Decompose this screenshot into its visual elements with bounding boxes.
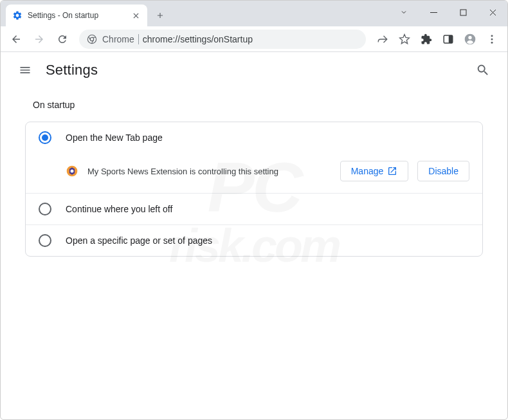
- manage-button[interactable]: Manage: [340, 161, 409, 181]
- option-specific-pages[interactable]: Open a specific page or set of pages: [26, 224, 482, 256]
- kebab-menu-icon[interactable]: [482, 29, 502, 50]
- profile-icon[interactable]: [460, 29, 480, 50]
- external-link-icon: [387, 166, 397, 176]
- page-title: Settings: [46, 62, 98, 78]
- close-window-button[interactable]: [478, 1, 507, 24]
- svg-point-9: [491, 41, 493, 43]
- tab-title: Settings - On startup: [28, 11, 125, 20]
- hamburger-menu-icon[interactable]: [12, 57, 38, 83]
- sidepanel-icon[interactable]: [438, 29, 458, 50]
- svg-point-8: [491, 38, 493, 40]
- manage-button-label: Manage: [351, 166, 384, 176]
- window-controls: [389, 1, 507, 24]
- svg-point-11: [71, 170, 74, 173]
- browser-toolbar: Chrome chrome://settings/onStartup: [1, 26, 507, 52]
- chevron-down-icon[interactable]: [389, 1, 419, 24]
- search-icon[interactable]: [470, 57, 496, 83]
- option-label: Open the New Tab page: [66, 132, 163, 143]
- svg-point-6: [468, 35, 471, 39]
- radio-unselected[interactable]: [39, 203, 51, 215]
- disable-button[interactable]: Disable: [417, 161, 469, 181]
- minimize-button[interactable]: [419, 1, 448, 24]
- address-prefix: Chrome: [102, 34, 134, 44]
- disable-button-label: Disable: [428, 166, 458, 176]
- startup-options-card: Open the New Tab page My Sports News Ext…: [25, 122, 483, 257]
- star-icon[interactable]: [394, 29, 415, 50]
- chrome-icon: [87, 34, 97, 44]
- gear-icon: [12, 10, 23, 21]
- back-button[interactable]: [6, 29, 26, 50]
- address-separator: [138, 34, 139, 44]
- address-bar[interactable]: Chrome chrome://settings/onStartup: [79, 30, 366, 49]
- svg-point-7: [491, 35, 493, 37]
- forward-button[interactable]: [29, 29, 50, 50]
- new-tab-button[interactable]: [151, 6, 169, 24]
- settings-content: On startup Open the New Tab page My Spor…: [1, 88, 507, 260]
- svg-rect-4: [449, 35, 453, 43]
- radio-unselected[interactable]: [39, 234, 51, 247]
- browser-tab[interactable]: Settings - On startup: [6, 5, 147, 26]
- option-continue[interactable]: Continue where you left off: [26, 193, 482, 224]
- reload-button[interactable]: [52, 29, 73, 50]
- extension-notice: My Sports News Extension is controlling …: [26, 153, 482, 193]
- share-icon[interactable]: [372, 29, 393, 50]
- extension-notice-text: My Sports News Extension is controlling …: [87, 167, 331, 176]
- option-label: Open a specific page or set of pages: [66, 235, 212, 246]
- tab-bar: Settings - On startup: [1, 1, 507, 26]
- svg-rect-0: [460, 10, 466, 15]
- maximize-button[interactable]: [448, 1, 478, 24]
- option-label: Continue where you left off: [66, 204, 172, 214]
- settings-header: Settings: [1, 52, 507, 88]
- close-tab-icon[interactable]: [131, 10, 141, 21]
- address-path: chrome://settings/onStartup: [143, 34, 253, 44]
- extensions-icon[interactable]: [416, 29, 437, 50]
- option-open-new-tab[interactable]: Open the New Tab page: [26, 122, 482, 153]
- extension-app-icon: [66, 165, 78, 178]
- radio-selected[interactable]: [39, 131, 51, 144]
- section-title: On startup: [33, 100, 483, 110]
